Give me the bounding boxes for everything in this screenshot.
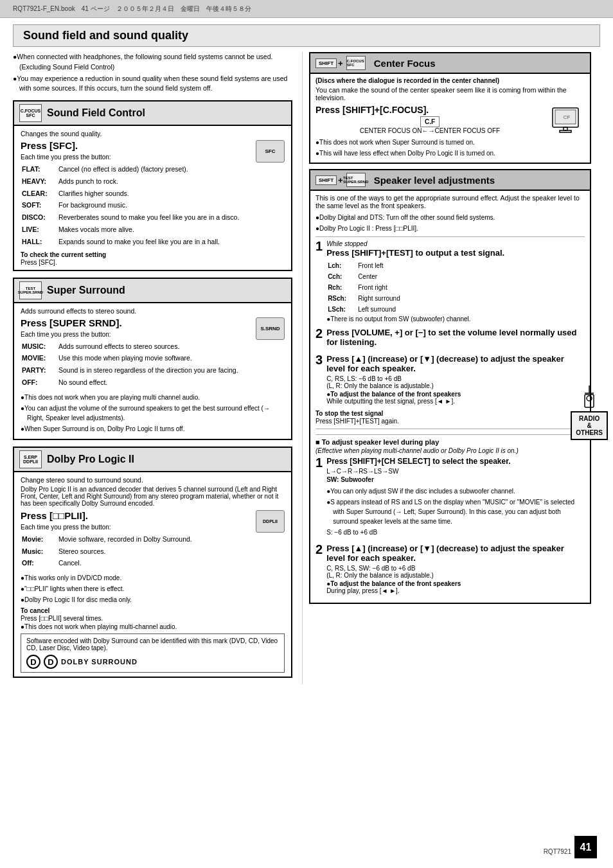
dolby-description: Change stereo sound to surround sound. (21, 476, 285, 484)
sa-body: This is one of the ways to get the appro… (310, 191, 590, 603)
sfc-each-time: Each time you press the button: (21, 154, 285, 161)
during-step1-number: 1 (315, 456, 323, 470)
step2-title: Press [VOLUME, +] or [−] to set the volu… (326, 328, 585, 347)
dolby-symbol-d2: D (44, 655, 58, 669)
during-step2: 2 Press [▲] (increase) or [▼] (decrease)… (315, 544, 585, 594)
step1: 1 While stopped Press [SHIFT]+[TEST] to … (315, 240, 585, 323)
sa-note2: ●Dolby Pro Logic II : Press [□□PLII]. (315, 224, 585, 233)
sfc-btn: SFC (256, 140, 285, 163)
shift-icon: SHIFT (315, 58, 337, 68)
intro-bullet2: ●You may experience a reduction in sound… (13, 74, 292, 94)
ss-press-label: Press [SUPER SRND]. (21, 317, 285, 328)
step1-content: While stopped Press [SHIFT]+[TEST] to ou… (326, 240, 504, 323)
step3-detail1: C, RS, LS: −6 dB to +6 dB (326, 375, 585, 382)
test-icon: TEST SUPER.SRND (346, 173, 366, 187)
sfc-settings: FLAT:Cancel (no effect is added) (factor… (21, 163, 285, 249)
during-step1: 1 Press [SHIFT]+[CH SELECT] to select th… (315, 457, 585, 538)
top-bar-text: RQT7921-F_EN.book 41 ページ ２００５年２月４日 金曜日 午… (13, 4, 251, 13)
cf-label: C.F (420, 116, 440, 127)
cf-diagram: CF (549, 105, 585, 140)
right-sidebar: RADIO & OTHERS (571, 385, 608, 440)
ss-each-time: Each time you press the button: (21, 331, 285, 338)
sa-header: SHIFT + TEST SUPER.SRND Speaker level ad… (310, 170, 590, 191)
cfocus-icon: C.FOCUS SFC (346, 56, 366, 70)
step2-number: 2 (315, 326, 323, 341)
sa-note1: ●Dolby Digital and DTS: Turn off the oth… (315, 213, 585, 222)
sfc-description: Changes the sound quality. (21, 130, 285, 137)
antenna-icon (580, 385, 599, 408)
table-row: Lch:Front left (328, 261, 400, 270)
intro-bullets: ●When connected with headphones, the fol… (13, 52, 292, 94)
sfc-title: Sound Field Control (47, 107, 145, 119)
ss-note2: ●You can adjust the volume of the surrou… (21, 403, 285, 423)
table-row: HALL:Expands sound to make you feel like… (22, 236, 283, 247)
dolby-surround-box: Software encoded with Dolby Surround can… (21, 633, 285, 673)
table-row: Off:Cancel. (22, 558, 283, 569)
page-title-banner: Sound field and sound quality (13, 24, 600, 47)
ss-btn: S.SRND (256, 317, 285, 340)
cf-on-off: CENTER FOCUS ON←→CENTER FOCUS OFF (315, 127, 585, 134)
during-play: ■ To adjust speaker level during play (E… (315, 434, 585, 594)
ss-note1: ●This does not work when you are playing… (21, 393, 285, 402)
during-step2-content: Press [▲] (increase) or [▼] (decrease) t… (326, 544, 585, 594)
step1-channels: Lch:Front left Cch:Center Rch:Front righ… (326, 260, 402, 315)
step1-number: 1 (315, 239, 323, 254)
table-row: HEAVY:Adds punch to rock. (22, 176, 283, 187)
during-note1: ●You can only adjust SW if the disc incl… (326, 486, 585, 496)
during-step2-front-balance-detail: During play, press [◄ ►]. (326, 587, 585, 594)
table-row: MOVIE:Use this mode when playing movie s… (22, 353, 283, 364)
left-column: ●When connected with headphones, the fol… (13, 52, 302, 684)
during-play-note: (Effective when playing multi-channel au… (315, 447, 585, 454)
dolby-press-label: Press [□□PLII]. (21, 510, 285, 521)
sa-description: This is one of the ways to get the appro… (315, 194, 585, 209)
dolby-settings: Movie:Movie software, recorded in Dolby … (21, 533, 285, 570)
cf-notes: ●This does not work when Super Surround … (315, 137, 585, 158)
dolby-title: Dolby Pro Logic II (47, 454, 134, 465)
during-step1-title: Press [SHIFT]+[CH SELECT] to select the … (326, 457, 585, 466)
page-code: RQT7921 (544, 848, 571, 855)
table-row: Movie:Movie software, recorded in Dolby … (22, 534, 283, 545)
step3: 3 Press [▲] (increase) or [▼] (decrease)… (315, 354, 585, 405)
stop-signal-text: Press [SHIFT]+[TEST] again. (315, 418, 585, 425)
dolby-header: S.ERP DDPLII Dolby Pro Logic II (14, 448, 291, 472)
cf-body: (Discs where the dialogue is recorded in… (310, 74, 590, 163)
cf-header: SHIFT + C.FOCUS SFC Center Focus (310, 53, 590, 74)
dolby-box-text: Software encoded with Dolby Surround can… (26, 637, 279, 651)
cf-note2: ●This will have less effect when Dolby P… (315, 148, 585, 158)
dolby-body: Change stereo sound to surround sound. D… (14, 472, 291, 677)
table-row: FLAT:Cancel (no effect is added) (factor… (22, 164, 283, 175)
step1-label: While stopped (326, 240, 504, 247)
table-row: RSch:Right surround (328, 294, 400, 303)
cf-note1: ●This does not work when Super Surround … (315, 137, 585, 147)
during-step1-sw: SW: Subwoofer (326, 476, 585, 483)
table-row: Music:Stereo sources. (22, 546, 283, 557)
step2-content: Press [VOLUME, +] or [−] to set the volu… (326, 328, 585, 349)
step3-content: Press [▲] (increase) or [▼] (decrease) t… (326, 354, 585, 405)
sfc-check-text: Press [SFC]. (21, 259, 285, 266)
step1-title: Press [SHIFT]+[TEST] to output a test si… (326, 248, 504, 258)
during-step1-notes: ●You can only adjust SW if the disc incl… (326, 486, 585, 537)
table-row: MUSIC:Adds surround effects to stereo so… (22, 341, 283, 352)
sfc-body: Changes the sound quality. SFC Press [SF… (14, 126, 291, 270)
dolby-symbol-d: D (26, 655, 40, 669)
svg-text:CF: CF (564, 114, 571, 120)
table-row: Rch:Front right (328, 283, 400, 292)
sfc-press-label: Press [SFC]. (21, 140, 285, 151)
dolby-detail: Dolby Pro Logic II is an advanced decode… (21, 486, 285, 507)
during-note2: ●S appears instead of RS and LS on the d… (326, 497, 585, 526)
during-step2-front-balance: ●To adjust the balance of the front spea… (326, 580, 585, 587)
sa-notes: ●Dolby Digital and DTS: Turn off the oth… (315, 213, 585, 233)
page-number: 41 (574, 836, 597, 858)
sfc-section: C.FOCUS SFC Sound Field Control Changes … (13, 100, 292, 271)
dolby-icon: S.ERP DDPLII (19, 450, 42, 468)
sfc-check-heading: To check the current setting (21, 251, 285, 258)
shift-icon2: SHIFT (315, 175, 337, 185)
dolby-cancel-note: ●This does not work when playing multi-c… (21, 623, 285, 630)
table-row: LSch:Left surround (328, 305, 400, 314)
main-content: ●When connected with headphones, the fol… (0, 52, 613, 684)
dolby-logo-area: D D DOLBY SURROUND (26, 655, 279, 669)
cf-label-box: C.F (315, 118, 585, 125)
during-note3: S: −6 dB to +6 dB (326, 527, 585, 537)
sfc-icon: C.FOCUS SFC (19, 104, 42, 122)
table-row: PARTY:Sound is in stereo regardless of t… (22, 365, 283, 376)
